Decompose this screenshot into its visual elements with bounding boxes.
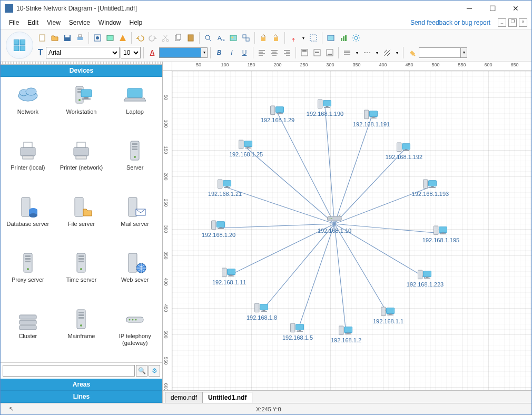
cut-button[interactable]: [160, 32, 171, 44]
pin-button[interactable]: [288, 32, 299, 44]
underline-button[interactable]: U: [239, 47, 250, 58]
workstation-node[interactable]: 192.168.1.21: [208, 177, 242, 197]
svg-rect-116: [239, 140, 243, 149]
insert-image-button[interactable]: [228, 32, 239, 44]
workstation-node[interactable]: 192.168.1.8: [247, 301, 277, 321]
copy-button[interactable]: [172, 32, 184, 44]
close-button[interactable]: ✕: [504, 1, 527, 16]
font-size-select[interactable]: 10: [121, 47, 141, 58]
workstation-node[interactable]: 192.168.1.191: [353, 107, 390, 127]
mdi-restore-button[interactable]: ❐: [508, 18, 517, 27]
fill-color-picker[interactable]: ▾: [159, 47, 208, 58]
unlock-button[interactable]: [270, 32, 282, 44]
shapes-button[interactable]: [117, 32, 129, 44]
line-dash-button[interactable]: [361, 47, 373, 58]
line-style-button[interactable]: [341, 47, 353, 58]
device-item-cluster[interactable]: Cluster: [2, 304, 54, 353]
italic-button[interactable]: I: [226, 47, 238, 58]
device-item-workstation[interactable]: Workstation: [55, 80, 108, 129]
device-item-printer-network-[interactable]: Printer (network): [55, 136, 108, 184]
device-item-network[interactable]: Network: [2, 80, 54, 129]
workstation-node[interactable]: 192.168.1.20: [202, 218, 235, 238]
align-center-button[interactable]: [269, 47, 280, 58]
hatch-drop[interactable]: ▾: [394, 47, 400, 58]
lock-button[interactable]: [258, 32, 269, 44]
menu-edit[interactable]: Edit: [23, 18, 43, 27]
valign-middle-button[interactable]: [311, 47, 323, 58]
tab-demo[interactable]: demo.ndf: [165, 392, 203, 403]
device-search-button[interactable]: 🔍: [136, 365, 147, 377]
valign-top-button[interactable]: [299, 47, 310, 58]
settings-button[interactable]: [350, 32, 362, 44]
device-item-server[interactable]: Server: [109, 136, 161, 184]
workstation-node[interactable]: 192.168.1.25: [229, 137, 263, 157]
menu-help[interactable]: Help: [125, 18, 147, 27]
workstation-node[interactable]: 192.168.1.29: [261, 103, 294, 123]
workstation-node[interactable]: 192.168.1.195: [422, 223, 459, 243]
text-tool-button[interactable]: ATEXT: [215, 32, 226, 44]
maximize-button[interactable]: ☐: [481, 1, 504, 16]
chart-button[interactable]: [338, 32, 349, 44]
print-button[interactable]: [74, 32, 86, 44]
mdi-close-button[interactable]: x: [519, 18, 527, 27]
workstation-node[interactable]: 192.168.1.190: [307, 97, 343, 117]
font-color-button[interactable]: A: [146, 47, 158, 58]
redo-button[interactable]: [147, 32, 159, 44]
tab-untitled1[interactable]: Untitled1.ndf: [202, 392, 252, 403]
diagram-canvas[interactable]: 192.168.1.190192.168.1.29192.168.1.19119…: [172, 71, 531, 390]
device-item-laptop[interactable]: Laptop: [109, 80, 161, 129]
valign-bottom-button[interactable]: [324, 47, 336, 58]
device-item-printer-local-[interactable]: Printer (local): [2, 136, 54, 184]
fill-tool-button[interactable]: [406, 47, 418, 58]
areas-panel-head[interactable]: Areas: [1, 379, 162, 391]
map-button[interactable]: [325, 32, 337, 44]
device-item-mail-server[interactable]: Mail server: [109, 192, 161, 241]
app-logo[interactable]: [6, 32, 33, 59]
lines-panel-head[interactable]: Lines: [1, 391, 162, 403]
workstation-node[interactable]: 192.168.1.2: [331, 323, 361, 343]
line-dash-drop[interactable]: ▾: [374, 47, 380, 58]
menu-window[interactable]: Window: [94, 18, 125, 27]
font-name-select[interactable]: Arial: [46, 47, 120, 58]
new-button[interactable]: [36, 32, 48, 44]
paste-button[interactable]: [185, 32, 196, 44]
open-button[interactable]: [49, 32, 61, 44]
image-button[interactable]: [104, 32, 116, 44]
bold-button[interactable]: B: [213, 47, 225, 58]
align-left-button[interactable]: [256, 47, 268, 58]
undo-button[interactable]: [134, 32, 146, 44]
device-item-time-server[interactable]: Time server: [55, 248, 108, 297]
devices-panel-head[interactable]: Devices: [1, 65, 162, 77]
device-item-mainframe[interactable]: Mainframe: [55, 304, 108, 353]
feedback-link[interactable]: Send feedback or bug report: [410, 19, 490, 26]
workstation-node[interactable]: 192.168.1.192: [386, 140, 422, 160]
workstation-node[interactable]: 192.168.1.1: [373, 304, 403, 324]
workstation-node[interactable]: 192.168.1.5: [282, 321, 313, 341]
hatch-button[interactable]: [381, 47, 393, 58]
device-item-file-server[interactable]: File server: [55, 192, 108, 241]
zoom-fit-button[interactable]: [308, 32, 319, 44]
device-item-database-server[interactable]: Database server: [2, 192, 54, 241]
workstation-node[interactable]: 192.168.1.11: [212, 265, 246, 285]
workstation-node[interactable]: 192.168.1.193: [412, 177, 449, 197]
menu-service[interactable]: Service: [65, 18, 94, 27]
save-button[interactable]: [62, 32, 73, 44]
device-search-input[interactable]: [3, 365, 135, 377]
device-item-proxy-server[interactable]: Proxy server: [2, 248, 54, 297]
minimize-button[interactable]: ─: [458, 1, 481, 16]
hub-node[interactable]: 192.168.1.10: [318, 214, 351, 234]
line-style-drop[interactable]: ▾: [354, 47, 360, 58]
align-right-button[interactable]: [281, 47, 293, 58]
device-item-ip-telephony-gateway-[interactable]: IP telephony (gateway): [109, 304, 161, 353]
fill2-color-picker[interactable]: ▾: [419, 47, 467, 58]
menu-file[interactable]: File: [5, 18, 23, 27]
group-button[interactable]: [240, 32, 252, 44]
device-settings-button[interactable]: ⚙: [149, 365, 160, 377]
device-item-web-sever[interactable]: Web sever: [109, 248, 161, 297]
workstation-node[interactable]: 192.168.1.223: [407, 268, 444, 288]
mdi-minimize-button[interactable]: _: [498, 18, 506, 27]
pin-drop-button[interactable]: ▾: [300, 32, 307, 44]
scan-button[interactable]: [92, 32, 103, 44]
menu-view[interactable]: View: [43, 18, 65, 27]
find-button[interactable]: [202, 32, 214, 44]
